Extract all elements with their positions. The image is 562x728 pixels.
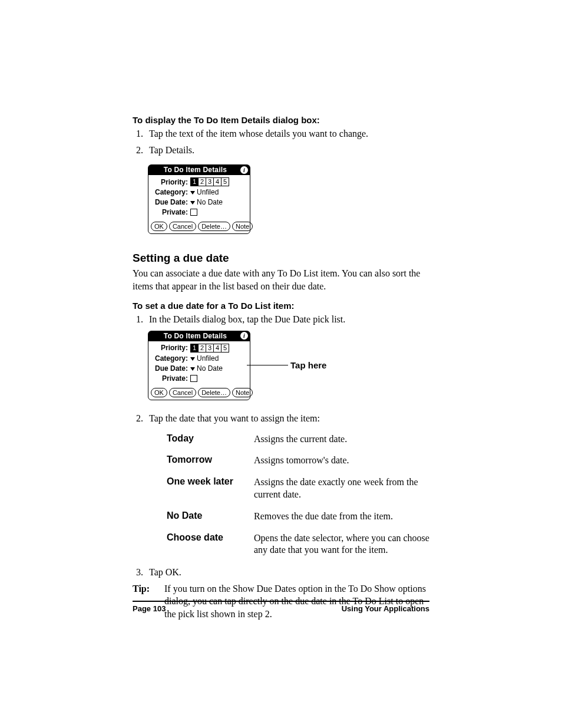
dropdown-icon: [190, 367, 195, 371]
priority-row: Priority: 1 2 3 4 5: [151, 177, 247, 186]
info-icon[interactable]: i: [240, 332, 248, 340]
cancel-button[interactable]: Cancel: [169, 222, 196, 231]
dialog-titlebar: To Do Item Details i: [148, 165, 250, 175]
option-name: No Date: [167, 510, 254, 523]
private-row: Private:: [151, 208, 247, 216]
priority-4[interactable]: 4: [214, 344, 222, 352]
category-row: Category: Unfiled: [151, 354, 247, 363]
option-row: No Date Removes the due date from the it…: [167, 510, 429, 523]
private-row: Private:: [151, 374, 247, 383]
dialog-title: To Do Item Details: [150, 332, 240, 340]
priority-label: Priority:: [151, 178, 190, 186]
duedate-row: Due Date: No Date: [151, 198, 247, 206]
dropdown-icon: [190, 201, 195, 205]
todo-details-dialog: To Do Item Details i Priority: 1 2 3 4 5…: [148, 164, 250, 234]
page-number: Page 103: [133, 604, 166, 613]
step-item: Tap Details.: [146, 144, 429, 157]
step-item: Tap the text of the item whose details y…: [146, 127, 429, 140]
option-row: Choose date Opens the date selector, whe…: [167, 532, 429, 557]
dialog-titlebar: To Do Item Details i: [148, 331, 250, 341]
category-label: Category:: [151, 354, 190, 363]
option-desc: Assigns the current date.: [254, 433, 429, 446]
section-heading: Setting a due date: [133, 252, 429, 265]
priority-5[interactable]: 5: [222, 344, 229, 352]
option-desc: Opens the date selector, where you can c…: [254, 532, 429, 557]
category-label: Category:: [151, 188, 190, 196]
option-row: Today Assigns the current date.: [167, 433, 429, 446]
option-row: Tomorrow Assigns tomorrow's date.: [167, 454, 429, 467]
priority-5[interactable]: 5: [222, 178, 229, 186]
subsection-heading: To set a due date for a To Do List item:: [133, 301, 429, 311]
steps-list: In the Details dialog box, tap the Due D…: [133, 313, 429, 326]
duedate-picklist[interactable]: No Date: [190, 198, 223, 206]
priority-1[interactable]: 1: [191, 344, 199, 352]
duedate-row: Due Date: No Date: [151, 364, 247, 373]
priority-selector[interactable]: 1 2 3 4 5: [190, 177, 229, 186]
body-paragraph: You can associate a due date with any To…: [133, 267, 429, 292]
category-picklist[interactable]: Unfiled: [190, 354, 219, 363]
dialog-figure: To Do Item Details i Priority: 1 2 3 4 5…: [148, 331, 429, 400]
duedate-label: Due Date:: [151, 364, 190, 373]
step-item: Tap the date that you want to assign the…: [146, 412, 429, 425]
delete-button[interactable]: Delete…: [198, 222, 230, 231]
chapter-title: Using Your Applications: [342, 604, 429, 613]
option-desc: Removes the due date from the item.: [254, 510, 429, 523]
dialog-title: To Do Item Details: [150, 166, 240, 174]
page-footer: Page 103 Using Your Applications: [133, 601, 429, 613]
option-name: One week later: [167, 476, 254, 501]
priority-selector[interactable]: 1 2 3 4 5: [190, 344, 229, 353]
dropdown-icon: [190, 357, 195, 361]
ok-button[interactable]: OK: [151, 222, 167, 231]
info-icon[interactable]: i: [240, 166, 248, 174]
duedate-label: Due Date:: [151, 198, 190, 206]
option-row: One week later Assigns the date exactly …: [167, 476, 429, 501]
private-checkbox[interactable]: [190, 209, 197, 216]
document-page: To display the To Do Item Details dialog…: [0, 0, 562, 728]
ok-button[interactable]: OK: [151, 388, 167, 397]
option-name: Choose date: [167, 532, 254, 557]
private-checkbox[interactable]: [190, 375, 197, 382]
callout-label: Tap here: [290, 360, 326, 370]
steps-list: Tap the date that you want to assign the…: [133, 412, 429, 425]
option-name: Today: [167, 433, 254, 446]
priority-3[interactable]: 3: [206, 344, 214, 352]
option-desc: Assigns tomorrow's date.: [254, 454, 429, 467]
cancel-button[interactable]: Cancel: [169, 388, 196, 397]
subsection-heading: To display the To Do Item Details dialog…: [133, 115, 429, 125]
category-row: Category: Unfiled: [151, 188, 247, 196]
priority-1[interactable]: 1: [191, 178, 199, 186]
step-item: Tap OK.: [146, 566, 429, 579]
option-name: Tomorrow: [167, 454, 254, 467]
priority-row: Priority: 1 2 3 4 5: [151, 344, 247, 353]
priority-label: Priority:: [151, 344, 190, 352]
duedate-picklist[interactable]: No Date: [190, 364, 223, 373]
delete-button[interactable]: Delete…: [198, 388, 230, 397]
option-desc: Assigns the date exactly one week from t…: [254, 476, 429, 501]
step-item: In the Details dialog box, tap the Due D…: [146, 313, 429, 326]
dropdown-icon: [190, 191, 195, 195]
callout-line: [247, 365, 288, 365]
priority-4[interactable]: 4: [214, 178, 222, 186]
date-options-table: Today Assigns the current date. Tomorrow…: [167, 433, 429, 557]
priority-2[interactable]: 2: [199, 178, 206, 186]
steps-list: Tap OK.: [133, 566, 429, 579]
priority-2[interactable]: 2: [199, 344, 206, 352]
private-label: Private:: [151, 208, 190, 216]
private-label: Private:: [151, 374, 190, 383]
priority-3[interactable]: 3: [206, 178, 214, 186]
todo-details-dialog: To Do Item Details i Priority: 1 2 3 4 5…: [148, 331, 250, 400]
category-picklist[interactable]: Unfiled: [190, 188, 219, 196]
steps-list: Tap the text of the item whose details y…: [133, 127, 429, 156]
note-button[interactable]: Note: [232, 222, 253, 231]
note-button[interactable]: Note: [232, 388, 253, 397]
dialog-figure: To Do Item Details i Priority: 1 2 3 4 5…: [148, 164, 429, 234]
